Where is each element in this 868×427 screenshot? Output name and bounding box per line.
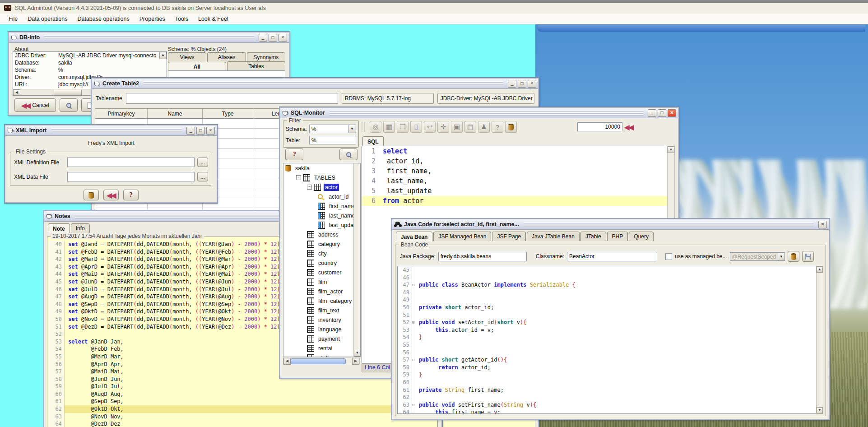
scrollbar-thumb[interactable]: [54, 90, 82, 95]
scrollbar-thumb[interactable]: [291, 358, 346, 364]
tree-item-film-text[interactable]: film_text: [283, 306, 360, 315]
run-back-arrows-icon[interactable]: ◀◀: [624, 124, 633, 130]
tree-item-staff[interactable]: staff: [283, 353, 360, 357]
collapse-icon[interactable]: −: [307, 185, 312, 190]
maximize-button[interactable]: □: [658, 109, 666, 117]
tab-jtable[interactable]: JTable: [580, 232, 606, 241]
xml-import-title-bar[interactable]: XML Import _ □ ×: [5, 125, 217, 136]
help-button[interactable]: ?: [492, 121, 503, 133]
tab-note[interactable]: Note: [48, 223, 70, 233]
maximize-button[interactable]: □: [196, 127, 205, 135]
import-button[interactable]: [84, 190, 99, 200]
tab-java-bean[interactable]: Java Bean: [396, 232, 432, 241]
chevron-down-icon[interactable]: ▼: [778, 253, 784, 260]
tab-aliases[interactable]: Aliases: [207, 52, 246, 62]
fold-marker-icon[interactable]: ⊟: [412, 356, 417, 364]
filter-help-button[interactable]: ?: [285, 149, 303, 160]
tree-item-customer[interactable]: customer: [283, 268, 360, 277]
tree-item-category[interactable]: category: [283, 239, 360, 249]
scroll-down-icon[interactable]: ▼: [817, 407, 823, 413]
column-header-primarykey[interactable]: Primarykey: [95, 109, 148, 119]
create-table-title-bar[interactable]: Create Table2 _ □ ×: [92, 79, 538, 89]
managed-bean-checkbox[interactable]: [665, 253, 672, 260]
help-button[interactable]: ?: [123, 190, 139, 200]
tree-item-inventory[interactable]: inventory: [283, 315, 360, 325]
close-button[interactable]: ✕: [668, 109, 676, 117]
tree-item-film[interactable]: film: [283, 277, 360, 287]
maximize-button[interactable]: □: [269, 34, 277, 42]
menu-file[interactable]: File: [4, 14, 23, 23]
tab-sql[interactable]: SQL: [362, 136, 384, 146]
fold-marker-icon[interactable]: ⊟: [412, 401, 417, 409]
insert-table-button[interactable]: ✛: [437, 121, 449, 133]
menu-look-feel[interactable]: Look & Feel: [193, 14, 233, 23]
tree-vscrollbar[interactable]: ▼: [353, 163, 360, 357]
db-info-title-bar[interactable]: DB-Info _ □ ×: [9, 32, 289, 43]
scroll-left-icon[interactable]: ◀: [13, 89, 20, 96]
tree-item-country[interactable]: country: [283, 258, 360, 268]
minimize-button[interactable]: _: [508, 80, 516, 88]
scroll-left-icon[interactable]: ◀: [283, 358, 291, 365]
minimize-button[interactable]: _: [186, 127, 195, 135]
paste-button[interactable]: ▯: [410, 121, 422, 133]
xml-data-input[interactable]: [67, 172, 195, 181]
tab-tables[interactable]: Tables: [227, 61, 285, 71]
tab-jsf-page[interactable]: JSF Page: [492, 232, 526, 241]
minimize-button[interactable]: _: [259, 34, 267, 42]
tab-views[interactable]: Views: [168, 52, 206, 62]
fold-marker-icon[interactable]: ⊟: [412, 281, 417, 289]
undo-button[interactable]: ↩: [424, 121, 436, 133]
sql-monitor-title-bar[interactable]: SQL-Monitor _ □ ✕: [280, 108, 678, 118]
scroll-up-icon[interactable]: ▲: [817, 266, 823, 273]
tree-item-film-category[interactable]: film_category: [283, 296, 360, 306]
java-editor-vscrollbar[interactable]: ▲ ▼: [816, 266, 823, 414]
tab-java-jtable-bean[interactable]: Java JTable Bean: [527, 232, 580, 241]
tab-php[interactable]: PHP: [607, 232, 628, 241]
filter-search-button[interactable]: [339, 149, 357, 160]
menu-tools[interactable]: Tools: [170, 14, 193, 23]
save-button[interactable]: [802, 251, 814, 262]
java-code-title-bar[interactable]: Java Code for:select actor_id, first_nam…: [392, 219, 829, 230]
tree-item-actor[interactable]: −actor: [283, 182, 360, 192]
tree-item-first-name[interactable]: first_name: [283, 201, 360, 211]
browse-data-button[interactable]: ...: [197, 172, 208, 181]
user-button[interactable]: ♟: [478, 121, 490, 133]
tree-hscrollbar[interactable]: ◀ ▶: [283, 357, 360, 364]
xml-definition-input[interactable]: [67, 158, 195, 167]
tab-info[interactable]: Info: [71, 223, 90, 233]
drop-button[interactable]: [505, 121, 517, 133]
menu-database-operations[interactable]: Database operations: [72, 14, 134, 23]
tab-query[interactable]: Query: [629, 232, 654, 241]
scroll-right-icon[interactable]: ▶: [352, 358, 359, 365]
package-input[interactable]: [438, 252, 527, 261]
tree-item-last-update[interactable]: last_update: [283, 220, 360, 230]
tree-item-language[interactable]: language: [283, 325, 360, 334]
tree-item-sakila[interactable]: sakila: [283, 163, 360, 173]
classname-input[interactable]: [567, 252, 657, 261]
tree-item-rental[interactable]: rental: [283, 343, 360, 353]
java-editor[interactable]: 45 46 47⊟public class BeanActor implemen…: [397, 266, 817, 414]
column-header-name[interactable]: Name: [148, 109, 203, 119]
close-button[interactable]: ×: [206, 127, 215, 135]
copy-button[interactable]: ❐: [397, 121, 408, 133]
tablename-input[interactable]: [126, 93, 338, 104]
find-button[interactable]: ◎: [370, 121, 381, 133]
collapse-icon[interactable]: −: [296, 175, 301, 180]
generate-button[interactable]: [788, 251, 799, 262]
tree-item-actor-id[interactable]: actor_id: [283, 192, 360, 201]
tree-item-address[interactable]: address: [283, 230, 360, 239]
chevron-down-icon[interactable]: ▼: [348, 125, 356, 133]
open-button[interactable]: ▤: [464, 121, 476, 133]
tree-item-tables[interactable]: −TABLES: [283, 173, 360, 182]
menu-data-operations[interactable]: Data operations: [23, 14, 72, 23]
tree-item-city[interactable]: city: [283, 249, 360, 258]
scope-combo[interactable]: @RequestScoped ▼: [730, 252, 785, 261]
scroll-up-icon[interactable]: ▲: [159, 52, 167, 59]
schema-combo[interactable]: % ▼: [309, 125, 356, 133]
menu-properties[interactable]: Properties: [135, 14, 170, 23]
tree-item-payment[interactable]: payment: [283, 334, 360, 343]
table-filter-input[interactable]: [309, 136, 356, 144]
tree-item-film-actor[interactable]: film_actor: [283, 287, 360, 296]
close-button[interactable]: ×: [528, 80, 536, 88]
back-button[interactable]: ◀◀: [103, 190, 119, 200]
